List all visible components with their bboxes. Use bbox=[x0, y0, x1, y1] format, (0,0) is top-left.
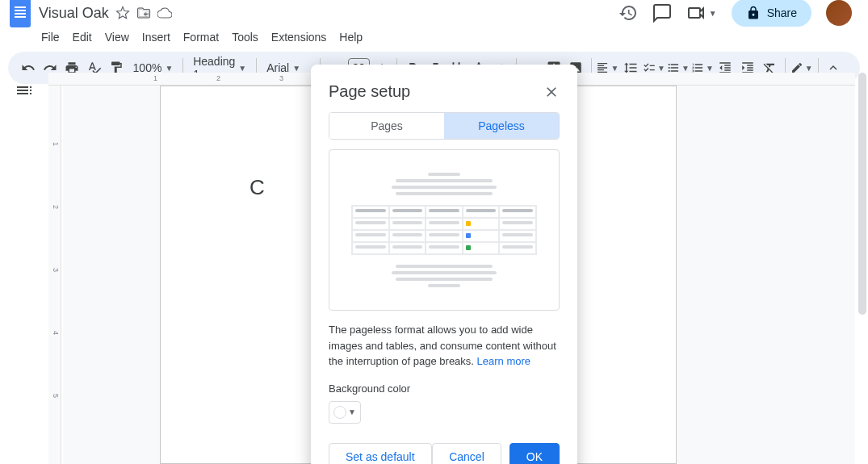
move-folder-icon[interactable] bbox=[136, 6, 151, 20]
page-setup-dialog: Page setup Pages Pageless bbox=[311, 65, 577, 464]
background-color-picker[interactable]: ▼ bbox=[329, 401, 361, 424]
lock-icon bbox=[746, 6, 761, 20]
outline-icon[interactable] bbox=[15, 81, 34, 100]
cancel-button[interactable]: Cancel bbox=[432, 443, 501, 465]
meet-button[interactable]: ▼ bbox=[686, 3, 717, 23]
pageless-preview bbox=[329, 149, 560, 311]
chevron-down-icon: ▼ bbox=[706, 64, 714, 73]
close-icon[interactable] bbox=[543, 84, 560, 100]
background-color-label: Background color bbox=[329, 382, 560, 395]
chevron-down-icon: ▼ bbox=[292, 64, 300, 73]
chevron-down-icon: ▼ bbox=[709, 9, 717, 18]
menu-format[interactable]: Format bbox=[178, 27, 224, 47]
menu-view[interactable]: View bbox=[99, 27, 135, 47]
dialog-title: Page setup bbox=[329, 82, 410, 101]
docs-app-icon[interactable] bbox=[10, 0, 31, 27]
menu-edit[interactable]: Edit bbox=[67, 27, 98, 47]
share-label: Share bbox=[767, 6, 797, 19]
color-swatch-white bbox=[333, 406, 346, 419]
menu-bar: File Edit View Insert Format Tools Exten… bbox=[0, 26, 868, 52]
tab-pageless[interactable]: Pageless bbox=[444, 113, 559, 139]
chevron-down-icon: ▼ bbox=[681, 64, 690, 73]
chevron-down-icon: ▼ bbox=[238, 64, 246, 73]
menu-extensions[interactable]: Extensions bbox=[266, 27, 332, 47]
document-title[interactable]: Visual Oak bbox=[39, 5, 109, 22]
comments-icon[interactable] bbox=[652, 3, 672, 23]
set-as-default-button[interactable]: Set as default bbox=[329, 443, 432, 465]
ok-button[interactable]: OK bbox=[509, 443, 560, 465]
chevron-down-icon: ▼ bbox=[348, 408, 356, 416]
menu-tools[interactable]: Tools bbox=[226, 27, 264, 47]
tab-pages[interactable]: Pages bbox=[329, 113, 444, 139]
chevron-down-icon: ▼ bbox=[611, 64, 619, 73]
menu-file[interactable]: File bbox=[36, 27, 65, 47]
vertical-ruler[interactable]: 1 2 3 4 5 bbox=[48, 86, 61, 464]
share-button[interactable]: Share bbox=[732, 0, 811, 27]
history-icon[interactable] bbox=[619, 3, 638, 23]
menu-help[interactable]: Help bbox=[333, 27, 368, 47]
account-avatar[interactable] bbox=[826, 0, 852, 26]
chevron-down-icon: ▼ bbox=[805, 64, 813, 73]
scrollbar[interactable] bbox=[858, 73, 866, 315]
chevron-down-icon: ▼ bbox=[165, 64, 173, 73]
chevron-down-icon: ▼ bbox=[657, 64, 665, 73]
pageless-description: The pageless format allows you to add wi… bbox=[329, 322, 560, 370]
cloud-status-icon[interactable] bbox=[157, 6, 172, 20]
menu-insert[interactable]: Insert bbox=[136, 27, 176, 47]
star-icon[interactable] bbox=[115, 6, 130, 20]
learn-more-link[interactable]: Learn more bbox=[477, 355, 530, 367]
